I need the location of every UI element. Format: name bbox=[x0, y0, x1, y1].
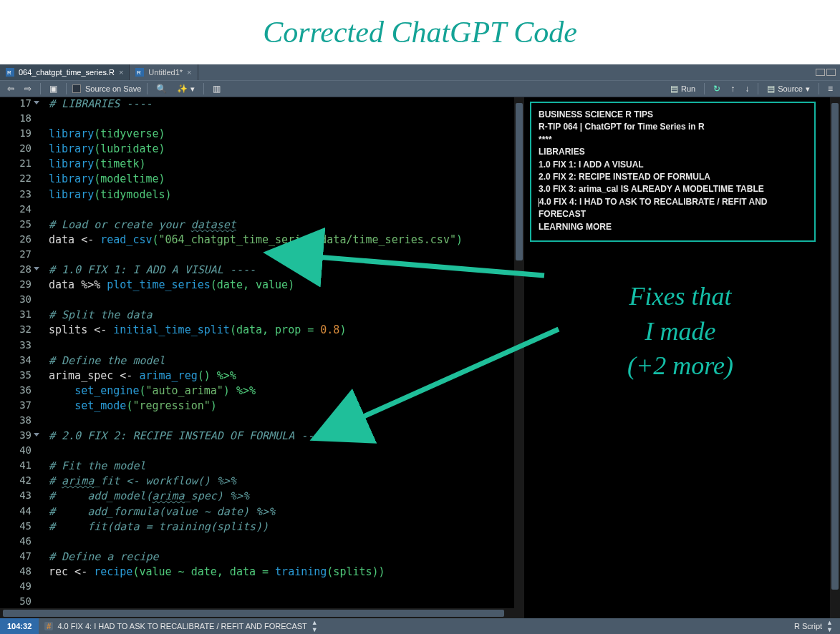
status-bar: 104:32 # 4.0 FIX 4: I HAD TO ASK TO RECA… bbox=[0, 618, 840, 634]
outline-item[interactable]: 2.0 FIX 2: RECIPE INSTEAD OF FORMULA bbox=[539, 171, 807, 183]
r-file-icon: R bbox=[135, 68, 144, 77]
tabs-bar: R 064_chatgpt_time_series.R × R Untitled… bbox=[0, 64, 840, 80]
page-header: Corrected ChatGPT Code bbox=[0, 0, 840, 64]
wand-button[interactable]: ✨▾ bbox=[174, 82, 198, 95]
arrow-down-icon: ↓ bbox=[745, 84, 749, 94]
outline-item[interactable]: LIBRARIES bbox=[539, 146, 807, 158]
save-button[interactable]: ▣ bbox=[47, 82, 60, 95]
run-icon: ▤ bbox=[670, 84, 678, 94]
outline-list: BUSINESS SCIENCE R TIPS R-TIP 064 | Chat… bbox=[530, 102, 816, 242]
window-controls bbox=[816, 64, 840, 80]
source-button[interactable]: ▤ Source ▾ bbox=[764, 82, 813, 95]
editor-body: 17# LIBRARIES ---- 18 19library(tidyvers… bbox=[0, 97, 840, 618]
scrollbar-thumb[interactable] bbox=[3, 610, 504, 617]
vertical-scrollbar[interactable] bbox=[514, 97, 524, 618]
tab-label: Untitled1* bbox=[148, 68, 183, 77]
close-icon[interactable]: × bbox=[187, 68, 191, 77]
outline-item[interactable]: BUSINESS SCIENCE R TIPS bbox=[539, 109, 807, 121]
rerun-icon: ↻ bbox=[713, 84, 720, 94]
updown-icon: ▲▼ bbox=[826, 619, 833, 633]
search-icon: 🔍 bbox=[156, 84, 167, 94]
updown-icon: ▲▼ bbox=[312, 619, 318, 633]
forward-button[interactable]: ⇨ bbox=[21, 82, 34, 95]
r-file-icon: R bbox=[6, 68, 14, 77]
tab-file-1[interactable]: R 064_chatgpt_time_series.R × bbox=[0, 64, 130, 80]
source-icon: ▤ bbox=[767, 84, 775, 94]
rerun-button[interactable]: ↻ bbox=[710, 82, 723, 95]
outline-item[interactable]: 1.0 FIX 1: I ADD A VISUAL bbox=[539, 159, 807, 171]
tab-label: 064_chatgpt_time_series.R bbox=[19, 68, 115, 77]
outline-item[interactable]: LEARNING MORE bbox=[539, 221, 807, 233]
outline-pane: BUSINESS SCIENCE R TIPS R-TIP 064 | Chat… bbox=[524, 97, 840, 618]
rstudio-editor: R 064_chatgpt_time_series.R × R Untitled… bbox=[0, 64, 840, 634]
outline-scrollbar[interactable] bbox=[830, 97, 840, 618]
code-lines: 17# LIBRARIES ---- 18 19library(tidyvers… bbox=[0, 97, 524, 610]
scrollbar-thumb[interactable] bbox=[516, 103, 523, 260]
outline-icon: ≡ bbox=[828, 84, 833, 94]
down-button[interactable]: ↓ bbox=[742, 82, 752, 95]
editor-toolbar: ⇦ ⇨ ▣ Source on Save 🔍 ✨▾ ▥ ▤ Run ↻ ↑ ↓ … bbox=[0, 80, 840, 97]
notebook-button[interactable]: ▥ bbox=[210, 82, 223, 95]
maximize-icon[interactable] bbox=[826, 69, 836, 76]
svg-text:R: R bbox=[7, 69, 11, 76]
up-button[interactable]: ↑ bbox=[728, 82, 738, 95]
page-title: Corrected ChatGPT Code bbox=[263, 15, 577, 49]
save-icon: ▣ bbox=[49, 84, 57, 94]
language-indicator[interactable]: R Script ▲▼ bbox=[787, 619, 840, 633]
outline-item[interactable]: 3.0 FIX 3: arima_cal IS ALREADY A MODELT… bbox=[539, 183, 807, 195]
arrow-up-icon: ↑ bbox=[730, 84, 735, 94]
scrollbar-thumb[interactable] bbox=[831, 103, 839, 590]
outline-toggle-button[interactable]: ≡ bbox=[825, 82, 836, 95]
hash-icon: # bbox=[44, 622, 53, 630]
notebook-icon: ▥ bbox=[213, 84, 221, 94]
cursor-position[interactable]: 104:32 bbox=[0, 618, 39, 634]
wand-icon: ✨ bbox=[177, 84, 188, 94]
outline-item[interactable]: 4.0 FIX 4: I HAD TO ASK TO RECALIBRATE /… bbox=[539, 196, 807, 221]
section-breadcrumb[interactable]: # 4.0 FIX 4: I HAD TO ASK TO RECALIBRATE… bbox=[39, 618, 323, 634]
run-button[interactable]: ▤ Run bbox=[667, 82, 698, 95]
svg-text:R: R bbox=[137, 69, 141, 76]
find-button[interactable]: 🔍 bbox=[153, 82, 170, 95]
code-editor[interactable]: 17# LIBRARIES ---- 18 19library(tidyvers… bbox=[0, 97, 524, 618]
source-on-save-checkbox[interactable] bbox=[72, 84, 81, 93]
outline-item[interactable]: R-TIP 064 | ChatGPT for Time Series in R bbox=[539, 121, 807, 133]
outline-item: **** bbox=[539, 134, 807, 146]
source-on-save-label: Source on Save bbox=[85, 84, 141, 93]
back-button[interactable]: ⇦ bbox=[4, 82, 17, 95]
tab-file-2[interactable]: R Untitled1* × bbox=[130, 64, 198, 80]
close-icon[interactable]: × bbox=[119, 68, 123, 77]
arrow-left-icon: ⇦ bbox=[7, 84, 14, 94]
minimize-icon[interactable] bbox=[816, 69, 825, 76]
horizontal-scrollbar[interactable] bbox=[0, 608, 524, 618]
arrow-right-icon: ⇨ bbox=[24, 84, 32, 94]
